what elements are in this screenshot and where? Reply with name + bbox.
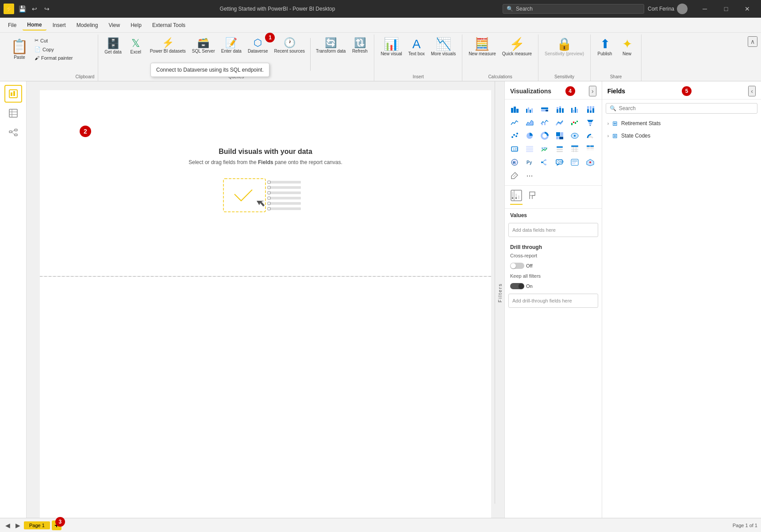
viz-line-clustered[interactable] <box>538 116 551 129</box>
keep-filters-toggle[interactable]: On <box>510 283 533 289</box>
viz-decomp-tree[interactable] <box>538 156 551 168</box>
viz-ribbon[interactable] <box>553 116 566 129</box>
cross-report-toggle[interactable]: Off <box>510 263 532 269</box>
viz-gauge[interactable] <box>584 130 596 142</box>
more-visuals-button[interactable]: 📉 More visuals <box>428 36 458 58</box>
viz-panel-collapse[interactable]: › <box>589 86 596 96</box>
viz-qa[interactable]: Q&A <box>553 156 566 168</box>
cross-report-label: Cross-report <box>505 251 602 260</box>
new-visual-button[interactable]: 📊 New visual <box>378 36 404 58</box>
copy-button[interactable]: 📄 Copy <box>32 45 76 54</box>
global-search-bar[interactable]: 🔍 Search <box>503 4 644 14</box>
viz-python[interactable]: Py <box>523 156 536 168</box>
viz-erase[interactable] <box>508 169 521 182</box>
get-data-button[interactable]: 🗄️ Get data <box>102 36 124 56</box>
values-drop-zone[interactable]: Add data fields here <box>508 223 598 237</box>
dataverse-button[interactable]: ⬡ Dataverse 1 <box>245 36 271 55</box>
svg-rect-80 <box>557 149 563 150</box>
viz-map2[interactable] <box>584 156 596 168</box>
menu-external-tools[interactable]: External Tools <box>148 20 190 30</box>
excel-button[interactable]: 𝕏 Excel <box>125 36 146 56</box>
viz-100-stacked-bar[interactable] <box>538 103 551 115</box>
recent-sources-button[interactable]: 🕐 Recent sources <box>271 36 307 55</box>
save-button[interactable]: 💾 <box>17 4 27 14</box>
filters-panel[interactable]: Filters <box>495 81 504 504</box>
sidebar-model-view[interactable] <box>4 124 22 142</box>
text-box-button[interactable]: A Text box <box>406 36 427 58</box>
menu-help[interactable]: Help <box>126 20 146 30</box>
format-painter-button[interactable]: 🖌 Format painter <box>32 54 76 62</box>
power-bi-datasets-button[interactable]: ⚡ Power BI datasets <box>147 36 188 55</box>
viz-multi-row-card[interactable] <box>523 143 536 155</box>
viz-stacked-bar[interactable] <box>508 103 521 115</box>
sidebar-report-view[interactable] <box>4 85 22 103</box>
viz-build-icon[interactable] <box>510 189 523 205</box>
cross-report-state: Off <box>526 263 532 268</box>
menu-view[interactable]: View <box>104 20 124 30</box>
fields-search-input[interactable] <box>619 105 753 111</box>
new-measure-button[interactable]: 🧮 New measure <box>466 36 499 58</box>
viz-funnel[interactable] <box>584 116 596 129</box>
transform-data-button[interactable]: 🔄 Transform data <box>313 36 348 55</box>
menu-modeling[interactable]: Modeling <box>72 20 103 30</box>
viz-smart-narrative[interactable] <box>569 156 581 168</box>
paste-button[interactable]: 📋 Paste <box>7 36 32 79</box>
viz-slicer[interactable] <box>553 143 566 155</box>
redo-button[interactable]: ↪ <box>42 4 52 14</box>
ribbon-collapse-button[interactable]: ∧ <box>748 36 757 47</box>
viz-r-visual[interactable]: R <box>508 156 521 168</box>
viz-pie[interactable] <box>523 130 536 142</box>
publish-button[interactable]: ⬆ Publish <box>594 36 615 58</box>
undo-button[interactable]: ↩ <box>29 4 40 14</box>
add-page-button[interactable]: + 3 <box>52 521 61 530</box>
cross-report-toggle-track[interactable] <box>510 263 524 269</box>
viz-100-stacked-column[interactable] <box>584 103 596 115</box>
quick-measure-button[interactable]: ⚡ Quick measure <box>500 36 534 58</box>
svg-line-101 <box>543 162 545 165</box>
maximize-button[interactable]: □ <box>716 2 736 15</box>
table-item-retirement[interactable]: › ⊞ Retirement Stats <box>602 117 761 130</box>
viz-more[interactable]: ··· <box>523 169 536 182</box>
menu-home[interactable]: Home <box>23 20 46 31</box>
menu-bar: File Home Insert Modeling View Help Exte… <box>0 18 761 33</box>
cut-button[interactable]: ✂ Cut <box>32 36 76 45</box>
viz-scatter[interactable] <box>508 130 521 142</box>
report-canvas-top[interactable]: Build visuals with your data Select or d… <box>40 90 491 276</box>
report-canvas-bottom[interactable] <box>40 277 491 518</box>
page-next-button[interactable]: ▶ <box>14 521 22 530</box>
sql-server-button[interactable]: 🗃️ SQL Server <box>189 36 218 55</box>
viz-kpi[interactable]: KPI <box>538 143 551 155</box>
viz-stacked-column[interactable] <box>553 103 566 115</box>
viz-area[interactable] <box>523 116 536 129</box>
page-1-tab[interactable]: Page 1 <box>24 521 50 529</box>
viz-matrix[interactable] <box>584 143 596 155</box>
enter-data-button[interactable]: 📝 Enter data <box>219 36 244 55</box>
viz-waterfall[interactable] <box>569 116 581 129</box>
minimize-button[interactable]: ─ <box>695 2 715 15</box>
viz-card[interactable]: 123 <box>508 143 521 155</box>
viz-clustered-column[interactable] <box>569 103 581 115</box>
fields-search-container[interactable]: 🔍 <box>606 103 757 114</box>
viz-format-icon[interactable] <box>526 189 538 205</box>
page-prev-button[interactable]: ◀ <box>4 521 12 530</box>
menu-insert[interactable]: Insert <box>48 20 70 30</box>
viz-table[interactable] <box>569 143 581 155</box>
svg-line-112 <box>513 174 516 177</box>
keep-filters-toggle-track[interactable] <box>510 283 524 289</box>
title-bar: ⚡ 💾 ↩ ↪ Getting Started with PowerBI - P… <box>0 0 761 18</box>
table-item-state-codes[interactable]: › ⊞ State Codes <box>602 130 761 142</box>
new-button[interactable]: ✦ New <box>616 36 638 58</box>
viz-treemap[interactable] <box>553 130 566 142</box>
close-button[interactable]: ✕ <box>737 2 757 15</box>
viz-clustered-bar[interactable] <box>523 103 536 115</box>
sidebar-table-view[interactable] <box>4 104 22 122</box>
drill-through-drop-zone[interactable]: Add drill-through fields here <box>508 294 598 308</box>
viz-map[interactable] <box>569 130 581 142</box>
refresh-button[interactable]: 🔃 Refresh <box>349 36 370 55</box>
fields-panel-collapse[interactable]: ‹ <box>748 86 756 96</box>
svg-rect-31 <box>530 110 531 113</box>
viz-line[interactable] <box>508 116 521 129</box>
menu-file[interactable]: File <box>4 20 21 30</box>
viz-donut[interactable] <box>538 130 551 142</box>
sensitivity-button[interactable]: 🔒 Sensitivity (preview) <box>542 36 587 58</box>
